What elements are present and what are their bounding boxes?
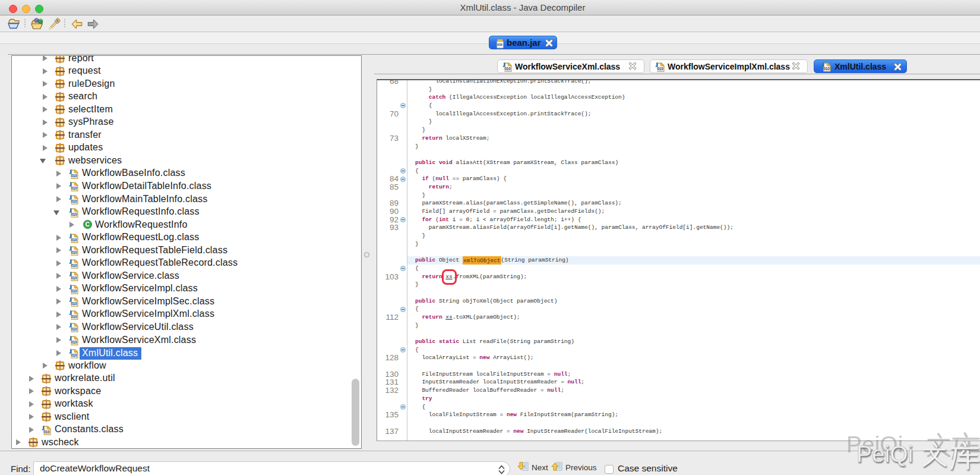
svg-text:010: 010 (71, 276, 78, 281)
svg-text:010: 010 (71, 328, 78, 332)
svg-text:010: 010 (71, 212, 78, 216)
svg-text:010: 010 (824, 67, 830, 71)
svg-text:010: 010 (71, 263, 78, 268)
svg-text:010: 010 (71, 314, 78, 319)
svg-text:010: 010 (71, 340, 78, 344)
svg-text:010: 010 (71, 199, 78, 203)
svg-text:010: 010 (71, 238, 78, 242)
svg-text:010: 010 (44, 430, 50, 434)
svg-text:010: 010 (71, 353, 78, 357)
svg-text:010: 010 (71, 251, 78, 255)
svg-text:010: 010 (71, 187, 78, 191)
svg-text:C: C (85, 221, 90, 228)
svg-text:010: 010 (71, 289, 78, 293)
svg-text:010: 010 (657, 67, 664, 71)
svg-text:010: 010 (71, 302, 78, 306)
svg-text:010: 010 (71, 174, 78, 178)
svg-text:010: 010 (497, 43, 502, 46)
svg-text:010: 010 (505, 67, 511, 71)
svg-text:PeiQi: PeiQi (856, 441, 913, 467)
